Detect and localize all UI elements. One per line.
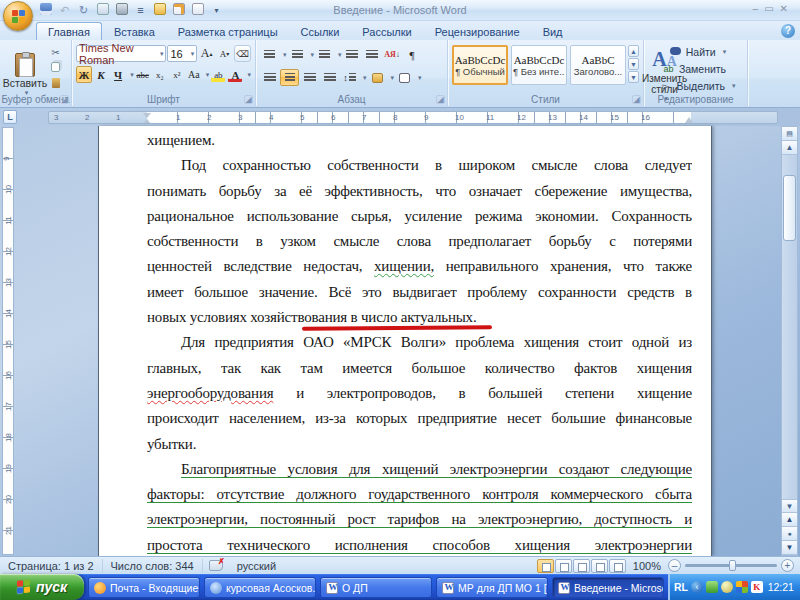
clear-formatting-button[interactable]: ⌫ [234,45,251,62]
vertical-scrollbar[interactable]: ▤ ▲ ▼ ▲ ● ▼ [781,126,798,556]
kaspersky-icon[interactable]: K [751,581,763,593]
underline-caret-icon[interactable]: ▾ [130,71,134,79]
align-left-button[interactable] [260,69,279,86]
shading-button[interactable] [368,69,387,86]
view-button-draft[interactable] [609,559,626,573]
styles-scroll-down-icon[interactable]: ▼ [628,58,639,70]
tab-3[interactable]: Ссылки [290,23,351,40]
clipboard-dialog-launcher[interactable]: ◢ [60,95,69,104]
font-color-caret-icon[interactable]: ▾ [247,71,251,79]
ruler-toggle-icon[interactable]: ▤ [782,127,797,141]
font-color-button[interactable]: А [227,66,243,83]
font-size-combobox[interactable]: 16▾ [167,45,197,62]
tab-4[interactable]: Рассылки [351,23,422,40]
print-preview-icon[interactable] [95,3,110,18]
zoom-slider-thumb[interactable] [729,560,736,571]
scroll-up-icon[interactable]: ▲ [782,141,797,155]
page-indicator[interactable]: Страница: 1 из 2 [0,559,103,573]
tab-2[interactable]: Разметка страницы [167,23,289,40]
tab-selector[interactable]: L [3,110,17,124]
messenger-icon[interactable] [736,581,748,593]
open-folder-icon[interactable] [152,3,167,18]
case-caret-icon[interactable]: ▾ [206,71,210,79]
tab-home[interactable]: Главная [36,22,102,40]
close-button[interactable]: ✕ [780,3,794,14]
redo-icon[interactable]: ↻ [76,3,91,18]
tray-language[interactable]: RL [674,581,688,593]
print-icon[interactable] [114,3,129,18]
view-button-print-layout[interactable] [537,559,554,573]
bold-button[interactable]: Ж [76,66,92,83]
browse-object-icon[interactable]: ● [782,527,797,541]
proofing-status-icon[interactable] [209,560,223,571]
styles-scroll-up-icon[interactable]: ▲ [628,45,639,57]
zoom-level[interactable]: 100% [633,560,661,572]
agent-icon[interactable] [706,581,718,593]
style-item-2[interactable]: AaBbCЗаголово... [570,45,626,85]
tab-1[interactable]: Вставка [103,23,166,40]
styles-more-icon[interactable]: ▼ [628,71,639,83]
find-button[interactable]: Найти▾ [652,44,743,60]
font-dialog-launcher[interactable]: ◢ [244,95,253,104]
sort-button[interactable]: АЯ↓ [383,46,402,63]
italic-button[interactable]: К [93,66,109,83]
underline-button[interactable]: Ч [110,66,126,83]
horizontal-ruler[interactable]: 32112345678910111213141516 [48,111,778,124]
shrink-font-button[interactable]: A▾ [216,45,233,62]
zoom-slider[interactable] [685,564,777,567]
tab-5[interactable]: Рецензирование [424,23,531,40]
office-button[interactable] [3,1,33,31]
language-collapse-icon[interactable]: ‹ [691,581,703,593]
network-icon[interactable] [721,581,733,593]
cut-icon[interactable]: ✂ [48,46,63,60]
select-button[interactable]: ▻Выделить▾ [652,78,743,94]
undo-icon[interactable]: ↶ [57,3,72,18]
justify-button[interactable] [320,69,339,86]
scroll-down-icon[interactable]: ▼ [782,499,797,513]
multilevel-list-button[interactable] [315,46,334,63]
vertical-ruler[interactable]: 9101112131415161718192021 [2,127,14,555]
previous-page-icon[interactable]: ▲ [782,513,797,527]
taskbar-button-1[interactable]: курсовая Асосков... [204,577,316,598]
language-indicator[interactable]: русский [229,559,284,573]
numbering-button[interactable] [288,46,307,63]
indent-marker-icon[interactable] [143,113,151,124]
show-paragraph-marks-button[interactable]: ¶ [403,46,422,63]
taskbar-button-2[interactable]: О ДП [320,577,432,598]
word-count[interactable]: Число слов: 344 [103,559,203,573]
view-button-outline[interactable] [591,559,608,573]
style-item-0[interactable]: AaBbCcDc¶ Обычный [452,45,508,85]
line-spacing-button[interactable]: ↕ [340,69,359,86]
format-painter-icon[interactable] [48,78,63,92]
taskbar-button-3[interactable]: МР для ДП МО 1 [Р... [436,577,548,598]
grow-font-button[interactable]: A▴ [198,45,215,62]
edit-document-icon[interactable] [171,3,186,18]
zoom-out-button[interactable]: – [668,559,681,572]
borders-button[interactable] [395,69,414,86]
bullets-button[interactable] [260,46,279,63]
view-button-web-layout[interactable] [573,559,590,573]
minimize-button[interactable]: – [753,3,765,14]
view-button-full-screen[interactable] [555,559,572,573]
strikethrough-button[interactable]: abc [135,66,151,83]
right-indent-marker-icon[interactable] [685,113,693,123]
zoom-in-button[interactable]: + [781,559,794,572]
replace-button[interactable]: abЗаменить [652,61,743,77]
align-center-button[interactable] [280,69,299,86]
taskbar-button-0[interactable]: Почта - Входящие... [88,577,200,598]
font-family-combobox[interactable]: Times New Roman▾ [76,45,166,62]
superscript-button[interactable]: x² [169,66,185,83]
document-page[interactable]: хищением.Под сохранностью собственности … [98,126,712,556]
subscript-button[interactable]: x₂ [152,66,168,83]
restore-button[interactable]: ▭ [764,3,779,14]
scroll-thumb[interactable] [783,175,796,241]
quick-print-icon[interactable]: ≡ [133,3,148,18]
increase-indent-button[interactable] [363,46,382,63]
paragraph-dialog-launcher[interactable]: ◢ [436,95,445,104]
highlight-color-button[interactable]: ab [210,66,226,83]
taskbar-button-4[interactable]: Введение - Microso... [552,577,664,598]
tab-6[interactable]: Вид [532,23,574,40]
align-right-button[interactable] [300,69,319,86]
start-button[interactable]: пуск [0,574,84,600]
change-case-button[interactable]: Aa [186,66,202,83]
